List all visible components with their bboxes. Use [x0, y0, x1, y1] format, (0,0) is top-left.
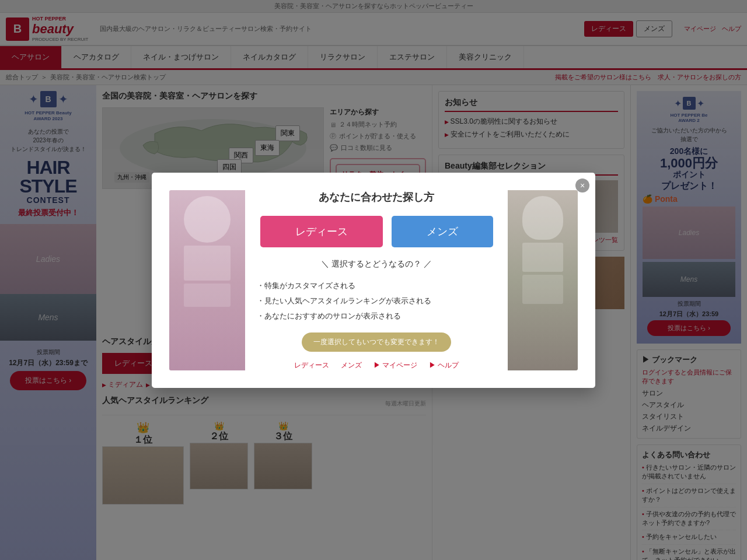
modal-note: 一度選択してもいつでも変更できます！: [302, 332, 451, 352]
modal-ladies-face: [184, 196, 231, 243]
modal-note-wrapper: 一度選択してもいつでも変更できます！: [257, 332, 496, 352]
modal-ladies-button[interactable]: レディース: [260, 216, 383, 247]
modal: × あなたに合わせた探し方 レディース メンズ ＼ 選択するとどうなるの？ ／: [152, 173, 595, 388]
modal-inner: あなたに合わせた探し方 レディース メンズ ＼ 選択するとどうなるの？ ／ 特集…: [245, 190, 508, 370]
modal-link-help[interactable]: ▶ ヘルプ: [429, 360, 459, 370]
modal-mens-catalog: [522, 243, 563, 272]
modal-link-ladies[interactable]: レディース: [294, 360, 329, 370]
modal-mens-catalog-2: [522, 275, 563, 304]
modal-ladies-catalog-2: [184, 284, 231, 307]
modal-benefit-1: 特集がカスタマイズされる: [257, 278, 496, 293]
modal-link-mens[interactable]: メンズ: [341, 360, 362, 370]
modal-link-mypage[interactable]: ▶ マイページ: [374, 360, 417, 370]
modal-benefit-3: あなたにおすすめのサロンが表示される: [257, 309, 496, 324]
modal-buttons: レディース メンズ: [257, 216, 496, 247]
modal-title: あなたに合わせた探し方: [257, 190, 496, 204]
modal-benefit-2: 見たい人気ヘアスタイルランキングが表示される: [257, 293, 496, 309]
modal-mens-button[interactable]: メンズ: [392, 216, 493, 247]
modal-ladies-photo: [169, 190, 245, 370]
modal-benefits: 特集がカスタマイズされる 見たい人気ヘアスタイルランキングが表示される あなたに…: [257, 278, 496, 324]
modal-ladies-catalog: [184, 246, 231, 281]
modal-footer-links: レディース メンズ ▶ マイページ ▶ ヘルプ: [257, 360, 496, 370]
modal-mens-face: [522, 196, 563, 240]
modal-mens-photo: [508, 190, 578, 370]
modal-overlay[interactable]: × あなたに合わせた探し方 レディース メンズ ＼ 選択するとどうなるの？ ／: [0, 0, 747, 560]
modal-close-button[interactable]: ×: [575, 178, 589, 192]
modal-question: ＼ 選択するとどうなるの？ ／: [257, 259, 496, 270]
